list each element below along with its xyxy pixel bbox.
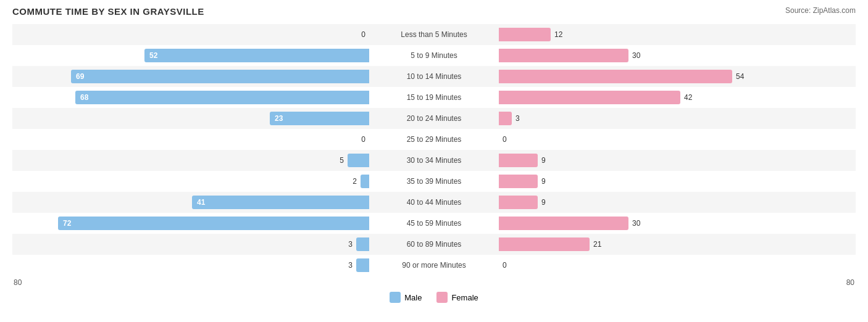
axis-right: 80 [846,278,854,287]
male-side: 52 [12,49,369,62]
female-value: 54 [732,72,748,81]
table-row: 525 to 9 Minutes30 [12,45,856,66]
male-value: 3 [344,261,356,270]
female-value: 42 [680,93,696,102]
female-side: 21 [499,237,856,251]
male-side: 0 [12,30,369,39]
male-side: 3 [12,237,369,251]
male-value-inside: 23 [270,114,288,123]
row-label: 20 to 24 Minutes [369,114,499,123]
female-side: 30 [499,217,856,230]
male-side: 5 [12,154,369,167]
female-value: 30 [628,219,644,228]
male-side: 41 [12,196,369,209]
female-swatch [436,292,448,303]
male-value: 0 [357,30,369,39]
female-side: 54 [499,70,856,83]
female-bar [499,70,732,83]
female-side: 0 [499,135,856,144]
male-bar [348,154,369,167]
male-side: 3 [12,258,369,272]
male-bar [356,258,369,272]
axis-labels: 80 80 [12,278,856,287]
table-row: 025 to 29 Minutes0 [12,129,856,150]
row-label: 30 to 34 Minutes [369,156,499,165]
male-bar: 68 [75,91,369,104]
female-side: 12 [499,28,856,41]
table-row: 7245 to 59 Minutes30 [12,213,856,234]
row-label: 15 to 19 Minutes [369,93,499,102]
female-value: 3 [512,114,524,123]
source-label: Source: ZipAtlas.com [785,6,856,15]
male-bar: 41 [192,196,369,209]
female-label: Female [451,293,478,302]
female-value: 0 [499,261,511,270]
female-value: 12 [551,30,566,39]
table-row: 0Less than 5 Minutes12 [12,24,856,45]
male-bar [356,237,369,251]
female-bar [499,217,628,230]
table-row: 360 to 89 Minutes21 [12,234,856,255]
female-bar [499,237,590,251]
male-value-inside: 52 [144,51,162,60]
male-bar: 52 [144,49,369,62]
female-side: 0 [499,261,856,270]
female-side: 9 [499,175,856,188]
female-bar [499,154,538,167]
male-side: 2 [12,175,369,188]
female-side: 3 [499,112,856,125]
row-label: Less than 5 Minutes [369,30,499,39]
male-swatch [390,292,401,303]
table-row: 2320 to 24 Minutes3 [12,108,856,129]
legend-female: Female [436,292,478,303]
table-row: 6815 to 19 Minutes42 [12,87,856,108]
female-bar [499,49,628,62]
female-bar [499,112,512,125]
male-value-inside: 72 [58,219,76,228]
female-bar [499,196,538,209]
table-row: 6910 to 14 Minutes54 [12,66,856,87]
female-side: 9 [499,196,856,209]
female-value: 9 [538,198,549,207]
female-value: 9 [538,177,549,186]
row-label: 10 to 14 Minutes [369,72,499,81]
female-value: 30 [628,51,644,60]
male-label: Male [404,293,422,302]
male-bar [361,175,369,188]
male-side: 68 [12,91,369,104]
axis-left: 80 [14,278,22,287]
male-value: 0 [357,135,369,144]
row-label: 45 to 59 Minutes [369,219,499,228]
male-side: 69 [12,70,369,83]
male-side: 0 [12,135,369,144]
row-label: 90 or more Minutes [369,261,499,270]
male-bar: 23 [270,112,369,125]
female-bar [499,91,680,104]
row-label: 40 to 44 Minutes [369,198,499,207]
row-label: 25 to 29 Minutes [369,135,499,144]
male-value: 2 [349,177,361,186]
male-side: 72 [12,217,369,230]
female-bar [499,175,538,188]
female-value: 9 [538,156,549,165]
chart-area: 0Less than 5 Minutes12525 to 9 Minutes30… [12,24,856,276]
legend-male: Male [390,292,422,303]
table-row: 390 or more Minutes0 [12,255,856,276]
table-row: 530 to 34 Minutes9 [12,150,856,171]
male-value: 5 [336,156,348,165]
male-value-inside: 69 [71,72,89,81]
row-label: 35 to 39 Minutes [369,177,499,186]
female-side: 42 [499,91,856,104]
row-label: 5 to 9 Minutes [369,51,499,60]
male-value: 3 [344,240,356,249]
row-label: 60 to 89 Minutes [369,240,499,249]
female-value: 0 [499,135,511,144]
female-value: 21 [590,240,605,249]
table-row: 4140 to 44 Minutes9 [12,192,856,213]
male-bar: 69 [71,70,369,83]
legend: Male Female [12,292,856,303]
female-bar [499,28,551,41]
female-side: 30 [499,49,856,62]
table-row: 235 to 39 Minutes9 [12,171,856,192]
chart-title: COMMUTE TIME BY SEX IN GRAYSVILLE [12,6,204,17]
